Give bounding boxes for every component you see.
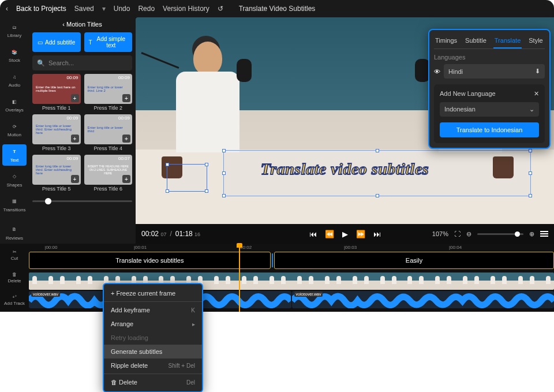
zoom-value: 107%	[432, 230, 448, 237]
add-icon[interactable]: +	[71, 94, 79, 102]
books-icon: 📚	[10, 47, 19, 57]
zoom-slider[interactable]	[477, 233, 523, 235]
cm-add-keyframe[interactable]: Add keyframeK	[104, 303, 202, 317]
redo-button[interactable]: Redo	[138, 5, 155, 13]
title-card[interactable]: 00:09Enter long title or lower third. En…	[32, 155, 81, 192]
add-simple-text-button[interactable]: TAdd simple text	[84, 32, 133, 52]
playhead[interactable]	[239, 244, 240, 312]
audio-clip[interactable]: voiceover.wav	[292, 291, 555, 308]
close-icon[interactable]: ✕	[534, 90, 539, 98]
duration: 01:18 16	[175, 230, 200, 238]
language-select[interactable]: Indonesian⌄	[440, 102, 539, 117]
rail-overlays[interactable]: ◧Overlays	[2, 94, 27, 115]
zoom-in-icon[interactable]: ⊕	[529, 230, 534, 238]
reviews-icon: 🗎	[10, 225, 19, 234]
rail-text[interactable]: TText	[2, 144, 27, 166]
rail-library[interactable]: 🗂Library	[2, 20, 27, 41]
motion-icon: ⟳	[10, 122, 19, 131]
subtitle-icon: ▭	[38, 39, 43, 46]
version-history[interactable]: Version History	[163, 5, 209, 13]
download-icon[interactable]: ⬇	[535, 68, 540, 75]
cm-arrange[interactable]: Arrange▸	[104, 317, 202, 331]
rewind-icon[interactable]: ⏪	[325, 230, 334, 238]
context-menu: + Freeze current frame Add keyframeK Arr…	[103, 283, 203, 392]
chevron-left-icon: ‹	[6, 5, 8, 13]
rail-motion[interactable]: ⟳Motion	[2, 119, 27, 140]
title-card[interactable]: 00:09Enter long title or lower third+Pre…	[84, 114, 133, 151]
rail-reviews[interactable]: 🗎Reviews	[2, 222, 27, 244]
trash-icon: 🗑	[111, 379, 119, 386]
tl-delete[interactable]: 🗑Delete	[0, 266, 29, 289]
cm-ripple-delete[interactable]: Ripple deleteShift + Del	[104, 359, 202, 372]
music-icon: ♫	[10, 72, 19, 81]
side-panel: ‹ Motion Titles ▭Add subtitle TAdd simpl…	[29, 17, 136, 244]
thumbnail-size-slider[interactable]	[32, 195, 132, 207]
time-ruler[interactable]: |00:00 |00:01 |00:02 |00:03 |00:04	[29, 244, 554, 252]
chevron-right-icon: ▸	[192, 321, 195, 327]
plus-icon: +°	[12, 294, 17, 300]
add-icon[interactable]: +	[71, 175, 79, 183]
rail-stock[interactable]: 📚Stock	[2, 44, 27, 66]
text-t-icon: T	[89, 39, 92, 46]
translate-button[interactable]: Translate to Indonesian	[440, 122, 539, 137]
skip-start-icon[interactable]: ⏮	[309, 230, 317, 238]
eye-icon[interactable]: 👁	[434, 68, 440, 75]
back-to-projects[interactable]: Back to Projects	[16, 5, 66, 13]
tab-timings[interactable]: Timings	[434, 35, 458, 48]
folder-icon: 🗂	[10, 23, 19, 32]
panel-toggle-icon[interactable]	[540, 231, 548, 237]
forward-icon[interactable]: ⏩	[356, 230, 365, 238]
shapes-icon: ◇	[10, 172, 19, 181]
add-language-label: Add New Language	[440, 90, 496, 98]
title-card[interactable]: 00:09Enter long title or lower third. Li…	[84, 74, 133, 111]
current-time: 00:02 07	[141, 230, 166, 238]
title-card[interactable]: 00:09Enter the title text here on multip…	[32, 74, 81, 111]
translate-panel: Timings Subtitle Translate Style Languag…	[428, 29, 551, 149]
fullscreen-icon[interactable]: ⛶	[454, 230, 461, 237]
tl-cut[interactable]: ✂Cut	[0, 244, 29, 266]
title-card[interactable]: 00:09Enter long title or lower third. En…	[32, 114, 81, 151]
layers-icon: ◧	[10, 97, 19, 106]
play-icon[interactable]: ▶	[342, 230, 348, 238]
subtitle-clip[interactable]: Easily	[274, 252, 554, 269]
clip-split-handle[interactable]	[272, 253, 273, 267]
rail-audio[interactable]: ♫Audio	[2, 69, 27, 91]
search-input[interactable]: 🔍 Search...	[32, 55, 132, 70]
cm-generate-subtitles[interactable]: Generate subtitles	[104, 345, 202, 359]
add-icon[interactable]: +	[122, 135, 130, 143]
chevron-down-icon: ⌄	[529, 106, 534, 113]
cm-delete[interactable]: 🗑 DeleteDel	[104, 375, 202, 389]
languages-label: Languages	[434, 54, 545, 61]
skip-end-icon[interactable]: ⏭	[373, 230, 381, 238]
add-icon[interactable]: +	[122, 175, 130, 183]
add-icon[interactable]: +	[71, 135, 79, 143]
trash-icon: 🗑	[12, 272, 17, 277]
tab-style[interactable]: Style	[527, 35, 544, 48]
tl-add-track[interactable]: +°Add Track	[0, 289, 29, 312]
project-title: Translate Video Subtitles	[239, 5, 316, 13]
scissors-icon: ✂	[13, 249, 17, 255]
saved-status[interactable]: Saved	[74, 5, 94, 13]
cm-retry-loading: Retry loading	[104, 331, 202, 345]
dropdown-icon[interactable]: ▾	[102, 5, 106, 13]
history-icon[interactable]: ↺	[218, 5, 223, 13]
rail-transitions[interactable]: ▦Transitions	[2, 194, 27, 215]
add-icon[interactable]: +	[122, 94, 130, 102]
language-chip[interactable]: Hindi⬇	[444, 64, 545, 79]
tab-subtitle[interactable]: Subtitle	[464, 35, 488, 48]
undo-button[interactable]: Undo	[114, 5, 130, 13]
zoom-out-icon[interactable]: ⊖	[466, 230, 471, 238]
search-icon: 🔍	[37, 59, 45, 67]
transitions-icon: ▦	[10, 197, 19, 206]
subtitle-overlay[interactable]: Translate video subtitles	[261, 160, 429, 178]
rail-shapes[interactable]: ◇Shapes	[2, 169, 27, 191]
search-placeholder: Search...	[48, 59, 74, 66]
side-header: ‹ Motion Titles	[32, 20, 132, 29]
tool-rail: 🗂Library 📚Stock ♫Audio ◧Overlays ⟳Motion…	[0, 17, 29, 244]
title-card[interactable]: 00:07INSERT THE HEADLINE HERE ON 2 LINES…	[84, 155, 133, 192]
subtitle-clip[interactable]: Translate video subtitles	[29, 252, 271, 269]
tab-translate[interactable]: Translate	[493, 35, 522, 48]
add-subtitle-button[interactable]: ▭Add subtitle	[32, 32, 81, 52]
text-icon: T	[10, 147, 19, 156]
cm-freeze-frame[interactable]: + Freeze current frame	[104, 286, 202, 300]
